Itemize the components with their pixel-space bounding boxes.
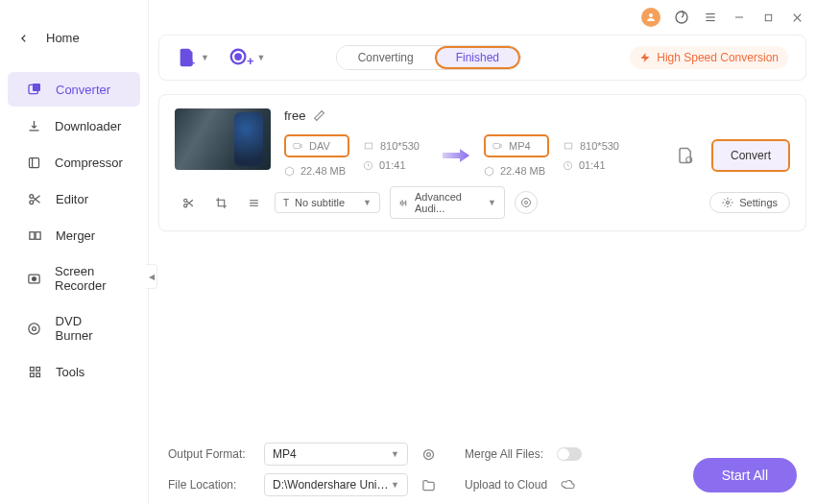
add-file-button[interactable]: + ▼ bbox=[177, 47, 209, 68]
tab-converting[interactable]: Converting bbox=[337, 46, 435, 69]
svg-rect-24 bbox=[36, 367, 39, 371]
record-icon bbox=[27, 271, 41, 286]
sidebar-item-merger[interactable]: Merger bbox=[8, 218, 140, 252]
effects-button[interactable] bbox=[242, 191, 265, 214]
chevron-down-icon: ▼ bbox=[201, 53, 209, 62]
svg-point-14 bbox=[29, 200, 33, 204]
sidebar-item-converter[interactable]: Converter bbox=[8, 72, 140, 107]
svg-point-54 bbox=[727, 202, 730, 204]
svg-rect-18 bbox=[36, 231, 40, 239]
tools-icon bbox=[27, 364, 42, 379]
sidebar-collapse-button[interactable]: ◀ bbox=[146, 264, 157, 289]
convert-button[interactable]: Convert bbox=[711, 139, 790, 172]
sidebar-item-downloader[interactable]: Downloader bbox=[8, 108, 140, 143]
trim-button[interactable] bbox=[177, 191, 200, 214]
subtitle-icon: T bbox=[283, 198, 289, 208]
svg-text:+: + bbox=[189, 57, 195, 68]
svg-point-20 bbox=[33, 276, 36, 280]
help-icon[interactable] bbox=[674, 10, 689, 25]
sidebar-home[interactable]: Home bbox=[0, 21, 148, 55]
svg-point-52 bbox=[522, 199, 531, 207]
tab-group: Converting Finished bbox=[336, 45, 521, 70]
svg-rect-33 bbox=[365, 143, 372, 149]
svg-rect-23 bbox=[30, 367, 34, 371]
merge-files-label: Merge All Files: bbox=[465, 447, 543, 461]
tab-finished[interactable]: Finished bbox=[435, 46, 520, 69]
subtitle-dropdown[interactable]: T No subtitle ▼ bbox=[275, 192, 380, 213]
open-folder-icon[interactable] bbox=[421, 478, 436, 492]
video-thumbnail[interactable] bbox=[175, 108, 271, 170]
high-speed-toggle[interactable]: High Speed Conversion bbox=[630, 46, 788, 69]
sidebar-item-label: Converter bbox=[56, 83, 110, 97]
sidebar-item-label: DVD Burner bbox=[56, 314, 121, 343]
sidebar-item-dvd-burner[interactable]: DVD Burner bbox=[8, 304, 140, 352]
svg-rect-17 bbox=[29, 231, 34, 239]
converter-icon bbox=[27, 82, 42, 97]
settings-button[interactable]: Settings bbox=[709, 192, 790, 213]
svg-marker-35 bbox=[443, 149, 469, 162]
svg-point-29 bbox=[235, 54, 241, 60]
svg-marker-37 bbox=[500, 144, 502, 147]
source-format-badge: DAV bbox=[284, 134, 349, 157]
target-format-badge[interactable]: MP4 bbox=[484, 134, 549, 157]
sidebar-item-screen-recorder[interactable]: Screen Recorder bbox=[8, 254, 140, 302]
sidebar-item-editor[interactable]: Editor bbox=[8, 181, 140, 216]
footer: Output Format: MP4 ▼ Merge All Files: Fi… bbox=[158, 435, 806, 496]
svg-point-22 bbox=[33, 326, 36, 330]
compress-icon bbox=[27, 155, 41, 170]
start-all-button[interactable]: Start All bbox=[693, 458, 797, 492]
svg-point-56 bbox=[427, 452, 431, 456]
gear-icon bbox=[722, 197, 733, 208]
svg-point-0 bbox=[649, 13, 653, 17]
chevron-left-icon bbox=[19, 34, 29, 43]
scissors-icon bbox=[27, 191, 42, 206]
sidebar-item-label: Editor bbox=[56, 192, 88, 206]
target-size: 22.48 MB bbox=[484, 165, 549, 177]
crop-button[interactable] bbox=[209, 191, 232, 214]
source-resolution: 810*530 bbox=[363, 140, 428, 152]
chevron-down-icon: ▼ bbox=[257, 53, 266, 62]
arrow-convert-icon bbox=[442, 141, 470, 170]
source-size: 22.48 MB bbox=[284, 165, 349, 177]
merge-icon bbox=[27, 228, 42, 243]
target-resolution: 810*530 bbox=[563, 140, 628, 152]
svg-marker-32 bbox=[300, 144, 302, 147]
file-location-value: D:\Wondershare UniConverter 1 bbox=[273, 478, 391, 492]
audio-dropdown[interactable]: Advanced Audi... ▼ bbox=[390, 186, 505, 219]
cloud-icon[interactable] bbox=[561, 478, 576, 492]
target-duration: 01:41 bbox=[563, 159, 628, 171]
avatar[interactable] bbox=[641, 8, 660, 27]
sidebar-item-label: Compressor bbox=[55, 156, 123, 170]
merge-files-toggle[interactable] bbox=[557, 447, 582, 461]
output-format-select[interactable]: MP4 ▼ bbox=[264, 443, 408, 466]
audio-icon bbox=[398, 198, 409, 208]
add-url-button[interactable]: + ▼ bbox=[228, 47, 266, 68]
sidebar-item-tools[interactable]: Tools bbox=[8, 354, 140, 389]
edit-name-icon[interactable] bbox=[313, 109, 325, 122]
svg-rect-26 bbox=[36, 372, 39, 376]
svg-point-53 bbox=[525, 202, 528, 204]
output-profile-icon[interactable] bbox=[677, 147, 694, 164]
sidebar: Home Converter Downloader Compressor Edi… bbox=[0, 0, 149, 504]
svg-point-42 bbox=[183, 204, 186, 206]
audio-value: Advanced Audi... bbox=[415, 191, 482, 214]
toolbar: + ▼ + ▼ Converting Finished High Speed C… bbox=[158, 35, 806, 81]
close-button[interactable] bbox=[789, 10, 804, 25]
subtitle-value: No subtitle bbox=[295, 197, 345, 208]
maximize-button[interactable] bbox=[760, 10, 776, 25]
sidebar-item-label: Screen Recorder bbox=[55, 264, 121, 293]
minimize-button[interactable] bbox=[732, 10, 747, 25]
file-location-select[interactable]: D:\Wondershare UniConverter 1 ▼ bbox=[264, 473, 408, 496]
chevron-down-icon: ▼ bbox=[488, 198, 496, 207]
home-label: Home bbox=[46, 31, 80, 45]
svg-marker-30 bbox=[641, 53, 650, 62]
menu-icon[interactable] bbox=[703, 10, 718, 25]
svg-rect-36 bbox=[493, 144, 500, 149]
download-icon bbox=[27, 118, 41, 133]
svg-rect-11 bbox=[30, 157, 39, 167]
source-duration: 01:41 bbox=[363, 159, 428, 171]
output-settings-icon[interactable] bbox=[421, 447, 436, 462]
settings-label: Settings bbox=[739, 197, 778, 208]
info-button[interactable] bbox=[515, 191, 538, 214]
sidebar-item-compressor[interactable]: Compressor bbox=[8, 145, 140, 180]
